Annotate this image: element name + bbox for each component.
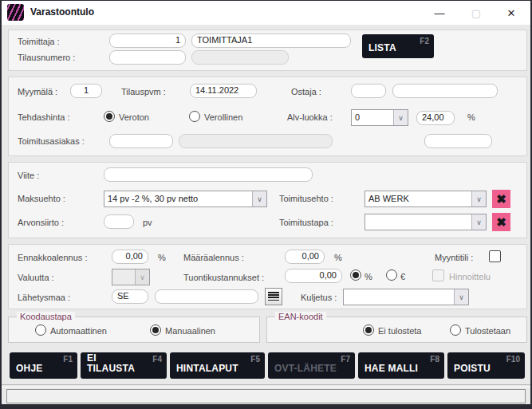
chevron-down-icon: ∨ [393, 110, 408, 125]
toimittaja-label: Toimittaja : [18, 37, 60, 46]
clear-x-icon: ✖ [496, 215, 506, 230]
toimitusasiakas-name-field [179, 134, 333, 148]
close-button[interactable]: ✕ [499, 2, 524, 23]
toimitustapa-value [365, 214, 471, 230]
manuaalinen-label: Manuaalinen [165, 326, 215, 336]
list-icon [268, 292, 279, 302]
valuutta-select: ∨ [112, 269, 150, 285]
chevron-down-icon: ∨ [471, 214, 486, 230]
poistu-button[interactable]: POISTU F10 [447, 352, 525, 379]
hae-malli-button-fkey: F8 [430, 355, 439, 364]
toimitusehto-label: Toimitusehto : [279, 194, 333, 203]
ovt-lahete-button-fkey: F7 [341, 355, 350, 364]
maximize-button: ▢ [463, 2, 489, 23]
clear-toimitusehto-button[interactable]: ✖ [492, 190, 510, 208]
toimitustapa-label: Toimitustapa : [279, 218, 333, 227]
tilausnumero-name-field [191, 50, 289, 65]
toimitusehto-select[interactable]: AB WERK ∨ [365, 191, 487, 207]
arvonsiirto-field[interactable] [104, 214, 134, 229]
lahetysmaa-name-field[interactable] [155, 289, 258, 304]
alv-luokka-label: Alv-luokka : [287, 112, 333, 122]
minimize-button[interactable]: — [427, 2, 452, 23]
automaattinen-label: Automaattinen [50, 326, 107, 336]
toimittaja-code-field[interactable]: 1 [109, 33, 186, 48]
ennakkoalennus-field[interactable]: 0,00 [112, 250, 148, 264]
hintalaput-button[interactable]: HINTALAPUT F5 [170, 352, 265, 379]
chevron-down-icon: ∨ [135, 269, 149, 285]
viite-label: Viite : [18, 171, 39, 180]
tilausnumero-label: Tilausnumero : [18, 53, 75, 62]
maksuehto-select[interactable]: 14 pv -2 %, 30 pv netto ∨ [104, 191, 267, 207]
alv-percent-sign: % [467, 112, 475, 122]
app-icon [7, 4, 24, 21]
status-divider [2, 384, 530, 387]
maaraalennus-field[interactable]: 0,00 [285, 250, 325, 264]
clear-x-icon: ✖ [496, 192, 506, 206]
tilauspvm-label: Tilauspvm : [121, 87, 166, 96]
lista-button[interactable]: LISTA F2 [362, 34, 434, 58]
ennakkoalennus-label: Ennakkoalennus : [18, 253, 87, 262]
ovt-lahete-button-label: OVT-LÄHETE [274, 364, 337, 374]
toimitusasiakas-code-field[interactable] [109, 134, 173, 148]
lista-button-label: LISTA [368, 43, 396, 53]
tehdashinta-label: Tehdashinta : [18, 112, 69, 122]
maksuehto-label: Maksuehto : [18, 194, 65, 203]
myyntitili-checkbox[interactable] [489, 250, 501, 262]
toimitustapa-select[interactable]: ∨ [365, 214, 487, 230]
tulostetaan-radio[interactable] [450, 324, 461, 336]
tulostetaan-label: Tulostetaan [465, 326, 510, 336]
valuutta-label: Valuutta : [18, 273, 54, 282]
tilauspvm-field[interactable]: 14.11.2022 [190, 84, 257, 98]
status-bar [6, 389, 526, 403]
veroton-label: Veroton [119, 112, 149, 122]
country-list-button[interactable] [265, 288, 282, 305]
toimitusasiakas-label: Toimitusasiakas : [18, 136, 85, 146]
hintalaput-button-fkey: F5 [250, 355, 260, 364]
lahetysmaa-code-field[interactable]: SE [112, 289, 148, 304]
tilausnumero-code-field[interactable] [109, 50, 186, 65]
kuljetus-value [344, 289, 454, 305]
ean-koodit-title: EAN-koodit [275, 312, 326, 321]
hintalaput-button-label: HINTALAPUT [176, 364, 238, 374]
maksuehto-value: 14 pv -2 %, 30 pv netto [104, 191, 252, 206]
ohje-button[interactable]: OHJE F1 [10, 352, 77, 379]
tuontikustannukset-euro-radio[interactable] [386, 269, 397, 281]
automaattinen-radio[interactable] [35, 324, 46, 336]
ei-tulosteta-radio[interactable] [363, 324, 374, 336]
chevron-down-icon: ∨ [252, 191, 266, 206]
myyntitili-label: Myyntitili : [435, 253, 473, 262]
kuljetus-label: Kuljetus : [301, 293, 337, 302]
clear-toimitustapa-button[interactable]: ✖ [492, 213, 510, 231]
window-title: Varastoontulo [30, 6, 94, 18]
viite-field[interactable] [104, 167, 313, 182]
toimitusasiakas-extra-field[interactable] [424, 134, 492, 148]
arvonsiirto-label: Arvonsiirto : [18, 218, 64, 227]
manuaalinen-radio[interactable] [150, 324, 161, 336]
hinnoittelu-checkbox [432, 269, 444, 281]
alv-luokka-select[interactable]: 0 ∨ [351, 109, 408, 126]
hae-malli-button-label: HAE MALLI [365, 364, 418, 374]
ei-tilausta-button-label: EI TILAUSTA [87, 353, 143, 374]
tuontikustannukset-euro-label: € [400, 272, 405, 281]
alv-percent-field[interactable]: 24,00 [416, 111, 455, 125]
koodaustapa-title: Koodaustapa [17, 312, 75, 321]
ei-tilausta-button[interactable]: EI TILAUSTA F4 [81, 352, 167, 379]
ei-tulosteta-label: Ei tulosteta [378, 326, 421, 336]
ostaja-code-field[interactable] [351, 84, 386, 98]
ostaja-name-field[interactable] [392, 84, 498, 98]
alv-luokka-value: 0 [352, 110, 393, 125]
tuontikustannukset-percent-radio[interactable] [350, 269, 361, 281]
hae-malli-button[interactable]: HAE MALLI F8 [358, 352, 444, 379]
myymala-label: Myymälä : [18, 87, 57, 96]
tuontikustannukset-field[interactable]: 0,00 [285, 269, 342, 283]
veroton-radio[interactable] [104, 111, 115, 122]
kuljetus-select[interactable]: ∨ [343, 289, 469, 305]
hinnoittelu-label: Hinnoittelu [449, 272, 491, 281]
lahetysmaa-label: Lähetysmaa : [18, 293, 70, 302]
toimittaja-name-field[interactable]: TOIMITTAJA1 [191, 33, 351, 48]
verollinen-radio[interactable] [189, 111, 200, 122]
poistu-button-label: POISTU [454, 364, 491, 374]
myymala-field[interactable]: 1 [70, 84, 102, 98]
chevron-down-icon: ∨ [454, 289, 468, 305]
app-window: Varastoontulo — ▢ ✕ Toimittaja : 1 TOIMI… [0, 0, 532, 409]
